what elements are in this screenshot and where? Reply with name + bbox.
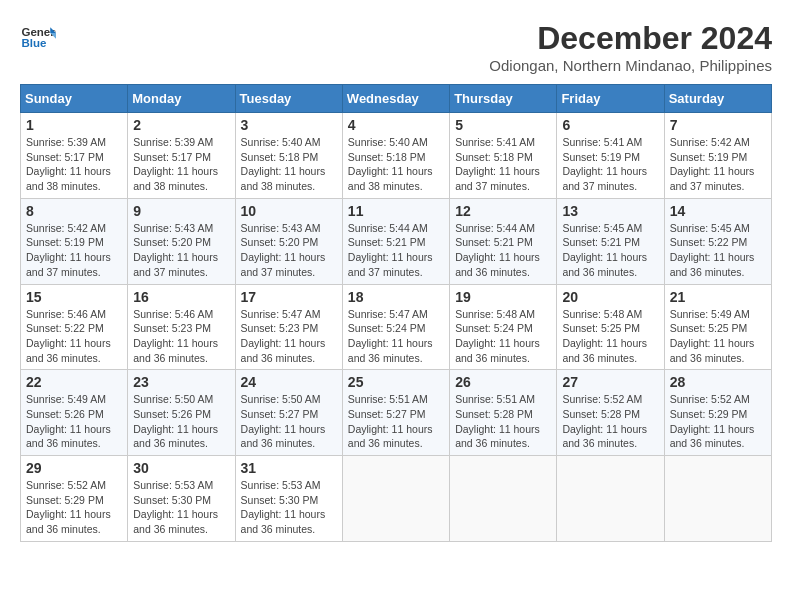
sunrise-text: Sunrise: 5:44 AM bbox=[348, 222, 428, 234]
day-number: 19 bbox=[455, 289, 551, 305]
day-info: Sunrise: 5:51 AM Sunset: 5:27 PM Dayligh… bbox=[348, 392, 444, 451]
calendar-week-row: 29 Sunrise: 5:52 AM Sunset: 5:29 PM Dayl… bbox=[21, 456, 772, 542]
sunrise-text: Sunrise: 5:51 AM bbox=[348, 393, 428, 405]
daylight-text: Daylight: 11 hours and 36 minutes. bbox=[241, 423, 326, 450]
calendar-header-row: SundayMondayTuesdayWednesdayThursdayFrid… bbox=[21, 85, 772, 113]
sunset-text: Sunset: 5:30 PM bbox=[133, 494, 211, 506]
sunrise-text: Sunrise: 5:53 AM bbox=[133, 479, 213, 491]
day-info: Sunrise: 5:46 AM Sunset: 5:23 PM Dayligh… bbox=[133, 307, 229, 366]
sunset-text: Sunset: 5:28 PM bbox=[562, 408, 640, 420]
daylight-text: Daylight: 11 hours and 36 minutes. bbox=[670, 423, 755, 450]
daylight-text: Daylight: 11 hours and 36 minutes. bbox=[133, 508, 218, 535]
daylight-text: Daylight: 11 hours and 36 minutes. bbox=[455, 337, 540, 364]
calendar-cell: 5 Sunrise: 5:41 AM Sunset: 5:18 PM Dayli… bbox=[450, 113, 557, 199]
day-info: Sunrise: 5:52 AM Sunset: 5:29 PM Dayligh… bbox=[26, 478, 122, 537]
day-number: 26 bbox=[455, 374, 551, 390]
day-number: 15 bbox=[26, 289, 122, 305]
day-number: 21 bbox=[670, 289, 766, 305]
day-info: Sunrise: 5:48 AM Sunset: 5:24 PM Dayligh… bbox=[455, 307, 551, 366]
calendar-cell: 21 Sunrise: 5:49 AM Sunset: 5:25 PM Dayl… bbox=[664, 284, 771, 370]
sunset-text: Sunset: 5:24 PM bbox=[455, 322, 533, 334]
day-info: Sunrise: 5:39 AM Sunset: 5:17 PM Dayligh… bbox=[26, 135, 122, 194]
day-number: 13 bbox=[562, 203, 658, 219]
calendar-cell: 3 Sunrise: 5:40 AM Sunset: 5:18 PM Dayli… bbox=[235, 113, 342, 199]
daylight-text: Daylight: 11 hours and 38 minutes. bbox=[133, 165, 218, 192]
sunset-text: Sunset: 5:26 PM bbox=[26, 408, 104, 420]
svg-text:Blue: Blue bbox=[21, 37, 47, 49]
day-number: 7 bbox=[670, 117, 766, 133]
day-number: 3 bbox=[241, 117, 337, 133]
day-info: Sunrise: 5:50 AM Sunset: 5:27 PM Dayligh… bbox=[241, 392, 337, 451]
sunrise-text: Sunrise: 5:46 AM bbox=[26, 308, 106, 320]
day-number: 2 bbox=[133, 117, 229, 133]
daylight-text: Daylight: 11 hours and 37 minutes. bbox=[670, 165, 755, 192]
sunrise-text: Sunrise: 5:48 AM bbox=[455, 308, 535, 320]
day-number: 20 bbox=[562, 289, 658, 305]
calendar-cell: 1 Sunrise: 5:39 AM Sunset: 5:17 PM Dayli… bbox=[21, 113, 128, 199]
day-info: Sunrise: 5:53 AM Sunset: 5:30 PM Dayligh… bbox=[133, 478, 229, 537]
daylight-text: Daylight: 11 hours and 37 minutes. bbox=[348, 251, 433, 278]
daylight-text: Daylight: 11 hours and 38 minutes. bbox=[348, 165, 433, 192]
day-info: Sunrise: 5:52 AM Sunset: 5:29 PM Dayligh… bbox=[670, 392, 766, 451]
calendar-cell: 22 Sunrise: 5:49 AM Sunset: 5:26 PM Dayl… bbox=[21, 370, 128, 456]
daylight-text: Daylight: 11 hours and 36 minutes. bbox=[241, 337, 326, 364]
header-sunday: Sunday bbox=[21, 85, 128, 113]
calendar-cell: 23 Sunrise: 5:50 AM Sunset: 5:26 PM Dayl… bbox=[128, 370, 235, 456]
sunset-text: Sunset: 5:27 PM bbox=[241, 408, 319, 420]
day-info: Sunrise: 5:40 AM Sunset: 5:18 PM Dayligh… bbox=[348, 135, 444, 194]
day-number: 28 bbox=[670, 374, 766, 390]
sunrise-text: Sunrise: 5:47 AM bbox=[348, 308, 428, 320]
sunset-text: Sunset: 5:18 PM bbox=[455, 151, 533, 163]
sunset-text: Sunset: 5:23 PM bbox=[241, 322, 319, 334]
calendar-cell: 18 Sunrise: 5:47 AM Sunset: 5:24 PM Dayl… bbox=[342, 284, 449, 370]
daylight-text: Daylight: 11 hours and 36 minutes. bbox=[26, 423, 111, 450]
day-number: 18 bbox=[348, 289, 444, 305]
daylight-text: Daylight: 11 hours and 37 minutes. bbox=[455, 165, 540, 192]
day-number: 10 bbox=[241, 203, 337, 219]
daylight-text: Daylight: 11 hours and 37 minutes. bbox=[562, 165, 647, 192]
day-number: 1 bbox=[26, 117, 122, 133]
day-info: Sunrise: 5:49 AM Sunset: 5:26 PM Dayligh… bbox=[26, 392, 122, 451]
sunrise-text: Sunrise: 5:53 AM bbox=[241, 479, 321, 491]
day-info: Sunrise: 5:39 AM Sunset: 5:17 PM Dayligh… bbox=[133, 135, 229, 194]
day-info: Sunrise: 5:45 AM Sunset: 5:21 PM Dayligh… bbox=[562, 221, 658, 280]
day-info: Sunrise: 5:49 AM Sunset: 5:25 PM Dayligh… bbox=[670, 307, 766, 366]
sunrise-text: Sunrise: 5:40 AM bbox=[348, 136, 428, 148]
day-info: Sunrise: 5:47 AM Sunset: 5:24 PM Dayligh… bbox=[348, 307, 444, 366]
sunrise-text: Sunrise: 5:40 AM bbox=[241, 136, 321, 148]
day-info: Sunrise: 5:52 AM Sunset: 5:28 PM Dayligh… bbox=[562, 392, 658, 451]
calendar-cell: 13 Sunrise: 5:45 AM Sunset: 5:21 PM Dayl… bbox=[557, 198, 664, 284]
day-number: 9 bbox=[133, 203, 229, 219]
calendar-cell bbox=[342, 456, 449, 542]
sunset-text: Sunset: 5:24 PM bbox=[348, 322, 426, 334]
day-info: Sunrise: 5:43 AM Sunset: 5:20 PM Dayligh… bbox=[133, 221, 229, 280]
day-number: 31 bbox=[241, 460, 337, 476]
calendar-cell: 20 Sunrise: 5:48 AM Sunset: 5:25 PM Dayl… bbox=[557, 284, 664, 370]
calendar-cell: 17 Sunrise: 5:47 AM Sunset: 5:23 PM Dayl… bbox=[235, 284, 342, 370]
sunset-text: Sunset: 5:23 PM bbox=[133, 322, 211, 334]
daylight-text: Daylight: 11 hours and 36 minutes. bbox=[562, 423, 647, 450]
daylight-text: Daylight: 11 hours and 36 minutes. bbox=[348, 423, 433, 450]
day-info: Sunrise: 5:46 AM Sunset: 5:22 PM Dayligh… bbox=[26, 307, 122, 366]
sunset-text: Sunset: 5:17 PM bbox=[133, 151, 211, 163]
calendar-cell: 10 Sunrise: 5:43 AM Sunset: 5:20 PM Dayl… bbox=[235, 198, 342, 284]
day-info: Sunrise: 5:42 AM Sunset: 5:19 PM Dayligh… bbox=[26, 221, 122, 280]
logo-icon: General Blue bbox=[20, 20, 56, 56]
calendar-cell: 4 Sunrise: 5:40 AM Sunset: 5:18 PM Dayli… bbox=[342, 113, 449, 199]
sunset-text: Sunset: 5:21 PM bbox=[455, 236, 533, 248]
sunset-text: Sunset: 5:30 PM bbox=[241, 494, 319, 506]
daylight-text: Daylight: 11 hours and 38 minutes. bbox=[241, 165, 326, 192]
calendar-cell: 16 Sunrise: 5:46 AM Sunset: 5:23 PM Dayl… bbox=[128, 284, 235, 370]
calendar-week-row: 8 Sunrise: 5:42 AM Sunset: 5:19 PM Dayli… bbox=[21, 198, 772, 284]
calendar-cell bbox=[664, 456, 771, 542]
calendar-cell: 14 Sunrise: 5:45 AM Sunset: 5:22 PM Dayl… bbox=[664, 198, 771, 284]
daylight-text: Daylight: 11 hours and 37 minutes. bbox=[26, 251, 111, 278]
calendar-week-row: 15 Sunrise: 5:46 AM Sunset: 5:22 PM Dayl… bbox=[21, 284, 772, 370]
calendar-cell: 2 Sunrise: 5:39 AM Sunset: 5:17 PM Dayli… bbox=[128, 113, 235, 199]
calendar-cell: 28 Sunrise: 5:52 AM Sunset: 5:29 PM Dayl… bbox=[664, 370, 771, 456]
sunrise-text: Sunrise: 5:52 AM bbox=[562, 393, 642, 405]
sunset-text: Sunset: 5:22 PM bbox=[26, 322, 104, 334]
daylight-text: Daylight: 11 hours and 36 minutes. bbox=[670, 251, 755, 278]
sunrise-text: Sunrise: 5:47 AM bbox=[241, 308, 321, 320]
calendar-cell: 12 Sunrise: 5:44 AM Sunset: 5:21 PM Dayl… bbox=[450, 198, 557, 284]
